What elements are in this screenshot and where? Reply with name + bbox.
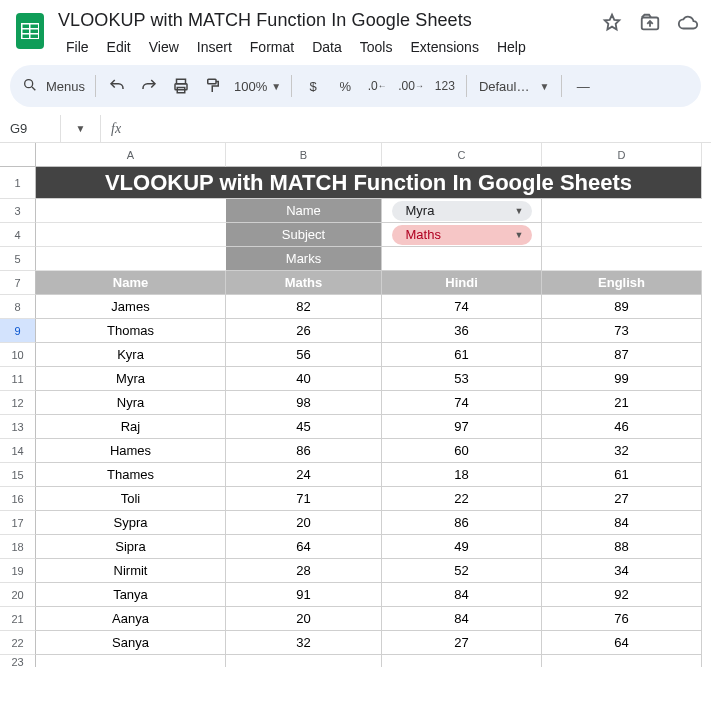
col-header[interactable]: B [226, 143, 382, 167]
percent-button[interactable]: % [330, 71, 360, 101]
row-number[interactable]: 22 [0, 631, 36, 655]
cell[interactable]: Nyra [36, 391, 226, 415]
cell[interactable]: Aanya [36, 607, 226, 631]
cell[interactable]: 64 [226, 535, 382, 559]
doc-title[interactable]: VLOOKUP with MATCH Function In Google Sh… [58, 8, 591, 35]
row-number[interactable]: 9 [0, 319, 36, 343]
menu-view[interactable]: View [141, 35, 187, 59]
cell[interactable]: 61 [542, 463, 702, 487]
row-number[interactable]: 19 [0, 559, 36, 583]
col-header[interactable]: A [36, 143, 226, 167]
cell[interactable]: 91 [226, 583, 382, 607]
cell[interactable]: 24 [226, 463, 382, 487]
cell[interactable]: 82 [226, 295, 382, 319]
name-box-dropdown[interactable]: ▼ [61, 115, 101, 142]
cell[interactable]: 53 [382, 367, 542, 391]
dropdown-chip[interactable]: Myra▼ [392, 201, 532, 221]
cell[interactable]: 32 [542, 439, 702, 463]
cell[interactable]: 86 [382, 511, 542, 535]
cell[interactable] [542, 223, 702, 247]
row-number[interactable]: 8 [0, 295, 36, 319]
cloud-icon[interactable] [677, 12, 699, 38]
cell[interactable]: 60 [382, 439, 542, 463]
dropdown-chip[interactable]: Maths▼ [392, 225, 532, 245]
cell[interactable]: 89 [542, 295, 702, 319]
print-button[interactable] [166, 71, 196, 101]
cell[interactable]: 74 [382, 391, 542, 415]
cell[interactable]: 87 [542, 343, 702, 367]
cell[interactable]: 28 [226, 559, 382, 583]
row-number[interactable]: 16 [0, 487, 36, 511]
cell[interactable]: Hames [36, 439, 226, 463]
zoom-dropdown[interactable]: 100% ▼ [230, 71, 285, 101]
cell[interactable]: 97 [382, 415, 542, 439]
cell[interactable]: Sypra [36, 511, 226, 535]
row-number[interactable]: 13 [0, 415, 36, 439]
cell[interactable] [226, 655, 382, 667]
cell[interactable]: 84 [542, 511, 702, 535]
row-number[interactable]: 12 [0, 391, 36, 415]
cell[interactable]: James [36, 295, 226, 319]
lookup-label[interactable]: Name [226, 199, 382, 223]
cell[interactable]: 84 [382, 607, 542, 631]
cell[interactable]: 98 [226, 391, 382, 415]
lookup-label[interactable]: Marks [226, 247, 382, 271]
menu-extensions[interactable]: Extensions [402, 35, 486, 59]
cell[interactable]: 84 [382, 583, 542, 607]
cell[interactable]: Myra [36, 367, 226, 391]
cell[interactable]: Tanya [36, 583, 226, 607]
menu-insert[interactable]: Insert [189, 35, 240, 59]
cell[interactable]: 21 [542, 391, 702, 415]
cell[interactable]: 46 [542, 415, 702, 439]
menus-search[interactable]: Menus [18, 71, 89, 101]
cell[interactable] [382, 655, 542, 667]
title-banner[interactable]: VLOOKUP with MATCH Function In Google Sh… [36, 167, 702, 199]
cell[interactable]: 22 [382, 487, 542, 511]
row-number[interactable]: 11 [0, 367, 36, 391]
cell[interactable]: Toli [36, 487, 226, 511]
paint-format-button[interactable] [198, 71, 228, 101]
row-number[interactable]: 15 [0, 463, 36, 487]
cell[interactable]: 26 [226, 319, 382, 343]
cell[interactable]: 52 [382, 559, 542, 583]
row-number[interactable]: 14 [0, 439, 36, 463]
cell[interactable]: 99 [542, 367, 702, 391]
cell[interactable]: Nirmit [36, 559, 226, 583]
font-size-decrease[interactable]: — [568, 71, 598, 101]
menu-edit[interactable]: Edit [99, 35, 139, 59]
row-number[interactable]: 18 [0, 535, 36, 559]
cell[interactable]: 86 [226, 439, 382, 463]
menu-help[interactable]: Help [489, 35, 534, 59]
star-icon[interactable] [601, 12, 623, 38]
cell[interactable]: 34 [542, 559, 702, 583]
redo-button[interactable] [134, 71, 164, 101]
table-header[interactable]: English [542, 271, 702, 295]
lookup-value-cell[interactable]: Maths▼ [382, 223, 542, 247]
cell[interactable]: Raj [36, 415, 226, 439]
cell[interactable]: 27 [542, 487, 702, 511]
cell[interactable]: 74 [382, 295, 542, 319]
name-box[interactable]: G9 [0, 115, 61, 142]
font-dropdown[interactable]: Defaul… ▼ [473, 71, 555, 101]
select-all-corner[interactable] [0, 143, 36, 167]
cell[interactable]: 32 [226, 631, 382, 655]
row-number[interactable]: 4 [0, 223, 36, 247]
cell[interactable]: 92 [542, 583, 702, 607]
cell[interactable]: 76 [542, 607, 702, 631]
menu-format[interactable]: Format [242, 35, 302, 59]
cell[interactable]: Kyra [36, 343, 226, 367]
row-number[interactable]: 17 [0, 511, 36, 535]
row-number[interactable]: 21 [0, 607, 36, 631]
table-header[interactable]: Maths [226, 271, 382, 295]
row-number[interactable]: 1 [0, 167, 36, 199]
formula-input[interactable] [131, 115, 711, 142]
cell[interactable]: 56 [226, 343, 382, 367]
cell[interactable] [542, 247, 702, 271]
cell[interactable] [542, 655, 702, 667]
currency-button[interactable]: $ [298, 71, 328, 101]
cell[interactable]: 36 [382, 319, 542, 343]
col-header[interactable]: C [382, 143, 542, 167]
menu-tools[interactable]: Tools [352, 35, 401, 59]
undo-button[interactable] [102, 71, 132, 101]
cell[interactable]: 64 [542, 631, 702, 655]
